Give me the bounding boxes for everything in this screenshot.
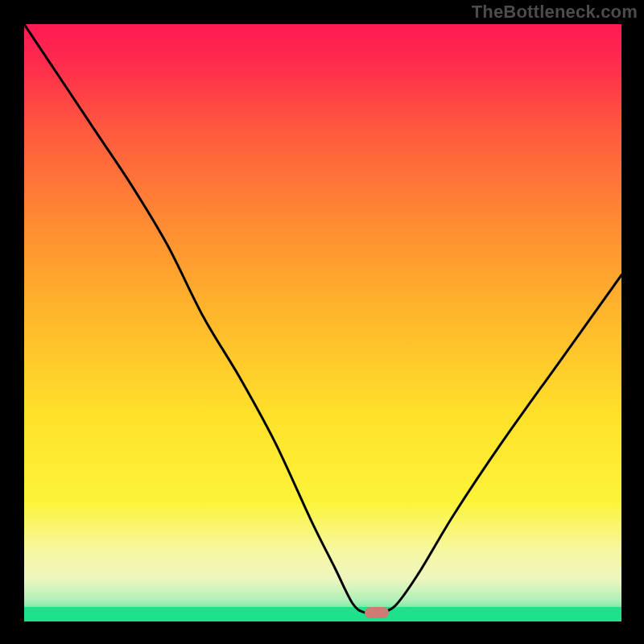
plot-area	[24, 24, 621, 621]
curve-layer	[24, 24, 621, 621]
chart-frame: TheBottleneck.com	[0, 0, 644, 644]
bottleneck-curve	[24, 24, 621, 613]
watermark-text: TheBottleneck.com	[472, 2, 638, 23]
optimal-marker	[365, 607, 389, 618]
